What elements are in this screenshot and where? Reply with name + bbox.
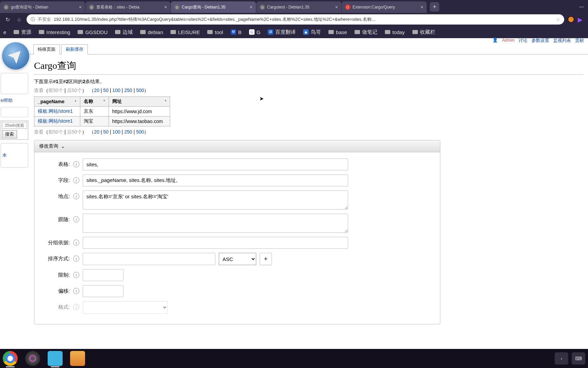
- limit-500[interactable]: 500: [136, 88, 144, 93]
- contrib-link[interactable]: 贡献: [575, 37, 584, 44]
- bookmark-item[interactable]: 资源: [14, 29, 31, 35]
- close-icon[interactable]: ×: [164, 4, 167, 10]
- url-text: 192.168.1.10/mw1.35/index.php?title=特殊%3…: [54, 16, 553, 22]
- new-tab-button[interactable]: +: [430, 2, 439, 12]
- tab-special-page[interactable]: 特殊页面: [33, 44, 60, 55]
- bookmark-item[interactable]: 译百度翻译: [268, 29, 296, 35]
- info-icon[interactable]: i: [73, 272, 79, 278]
- info-icon[interactable]: i: [73, 193, 79, 199]
- tab-1[interactable]: ⊙查看表格：sites - Debia×: [85, 1, 170, 13]
- folder-icon: [78, 30, 83, 34]
- order-dir-select[interactable]: ASC: [219, 253, 256, 265]
- settings-icon[interactable]: [25, 351, 40, 366]
- label-fields: 字段:: [43, 174, 70, 184]
- info-icon[interactable]: i: [73, 304, 79, 310]
- sidebar-help-link[interactable]: ki帮助: [1, 97, 28, 104]
- info-icon[interactable]: i: [73, 161, 79, 167]
- col-pagename[interactable]: _pageName♦: [34, 97, 80, 107]
- next-50: 后50个: [67, 88, 82, 93]
- bookmark-item[interactable]: LEISURE: [170, 29, 200, 35]
- close-icon[interactable]: ×: [79, 4, 82, 10]
- user-admin-link[interactable]: Admin: [502, 37, 514, 44]
- bookmark-item[interactable]: 边城: [115, 29, 133, 35]
- watchlist-link[interactable]: 监视列表: [553, 37, 571, 44]
- sidebar-search-input[interactable]: [2, 122, 27, 129]
- address-bar[interactable]: ⓘ 不安全 192.168.1.10/mw1.35/index.php?titl…: [27, 14, 564, 25]
- limit-20[interactable]: 20: [94, 88, 99, 93]
- bookmark-item[interactable]: 做笔记: [355, 29, 377, 35]
- offset-input[interactable]: [83, 285, 124, 297]
- limit-100[interactable]: 100: [112, 129, 120, 135]
- tab-3[interactable]: ⊙Cargotest - Debian1.35×: [256, 1, 341, 13]
- extension-icon-2[interactable]: ▶: [578, 16, 585, 23]
- add-sort-button[interactable]: +: [260, 253, 272, 265]
- bookmark-item[interactable]: 收藏栏: [412, 29, 435, 35]
- bookmark-item[interactable]: Interesting: [39, 29, 70, 35]
- sidebar-box: [1, 73, 28, 94]
- bookmark-item[interactable]: GGSDDU: [78, 29, 108, 35]
- group-input[interactable]: [83, 237, 348, 249]
- prefs-link[interactable]: 参数设置: [532, 37, 549, 44]
- bookmark-item[interactable]: ◆鸟哥: [303, 29, 321, 35]
- limit-250[interactable]: 250: [124, 129, 132, 135]
- info-icon[interactable]: i: [73, 216, 79, 223]
- bookmark-item[interactable]: 帮B: [231, 29, 242, 35]
- order-field-input[interactable]: [83, 253, 215, 265]
- chrome-icon[interactable]: [3, 351, 18, 366]
- tab-refresh-cache[interactable]: 刷新缓存: [61, 44, 88, 55]
- bookmark-item[interactable]: debian: [140, 29, 163, 35]
- limit-20[interactable]: 20: [94, 129, 99, 135]
- tray-keyboard[interactable]: ⌨: [572, 352, 585, 365]
- info-icon[interactable]: i: [73, 288, 79, 294]
- sidebar-box-3: 本: [1, 143, 28, 168]
- extension-icon[interactable]: [568, 16, 574, 23]
- sort-icon: ♦: [103, 98, 105, 102]
- limit-50[interactable]: 50: [103, 88, 109, 93]
- info-icon[interactable]: i: [73, 240, 79, 246]
- app-icon-blue[interactable]: [48, 351, 63, 366]
- where-input[interactable]: [83, 190, 348, 210]
- bookmark-item[interactable]: tool: [207, 29, 223, 35]
- fields-input[interactable]: [83, 174, 348, 186]
- col-url[interactable]: 网址♦: [109, 97, 170, 107]
- page-link[interactable]: 模板:网站/store1: [34, 117, 80, 126]
- minimize-button[interactable]: —: [579, 4, 584, 9]
- folder-icon: [412, 30, 418, 34]
- tab-2[interactable]: ⊙Cargo查询 - Debian1.35×: [171, 1, 256, 13]
- limit-250[interactable]: 250: [124, 88, 132, 93]
- format-select[interactable]: [83, 301, 168, 314]
- info-icon[interactable]: i: [73, 256, 79, 262]
- tab-4[interactable]: OExtension:Cargo/Query×: [342, 1, 427, 13]
- tables-input[interactable]: [83, 158, 348, 170]
- bookmark-item[interactable]: base: [328, 29, 347, 35]
- sidebar-search-button[interactable]: 搜索: [2, 130, 17, 138]
- folder-icon: [207, 30, 213, 34]
- limit-50[interactable]: 50: [103, 129, 109, 135]
- bookmark-item[interactable]: e: [3, 29, 6, 35]
- limit-100[interactable]: 100: [112, 88, 120, 93]
- info-icon[interactable]: i: [73, 177, 79, 183]
- form-header[interactable]: 修改查询 ⌄: [34, 140, 440, 152]
- close-icon[interactable]: ×: [421, 4, 423, 10]
- folder-icon: [170, 30, 176, 34]
- tray-back[interactable]: ‹: [555, 352, 568, 365]
- join-input[interactable]: [83, 214, 348, 233]
- cell-name: 淘宝: [80, 117, 109, 126]
- col-name[interactable]: 名称♦: [80, 97, 109, 107]
- close-icon[interactable]: ×: [335, 4, 338, 10]
- close-icon[interactable]: ×: [250, 4, 252, 10]
- bookmark-item[interactable]: GG: [249, 29, 261, 35]
- bookmark-item[interactable]: today: [385, 29, 405, 35]
- home-button[interactable]: ⌂: [15, 16, 23, 22]
- tab-0[interactable]: ⊙go查询语句 - Debian×: [0, 1, 85, 13]
- limit-input[interactable]: [83, 269, 124, 281]
- bookmark-star-icon[interactable]: ☆: [556, 17, 560, 22]
- form-title: 修改查询: [39, 143, 58, 149]
- app-icon-orange[interactable]: [70, 351, 85, 366]
- wiki-logo[interactable]: [2, 42, 29, 70]
- limit-500[interactable]: 500: [136, 129, 144, 135]
- page-link[interactable]: 模板:网站/store1: [34, 107, 80, 117]
- reload-button[interactable]: ↻: [3, 16, 12, 23]
- talk-link[interactable]: 讨论: [519, 37, 527, 44]
- pagination-bottom: 查看（前50个 | 后50个） （20 | 50 | 100 | 250 | 5…: [34, 129, 583, 135]
